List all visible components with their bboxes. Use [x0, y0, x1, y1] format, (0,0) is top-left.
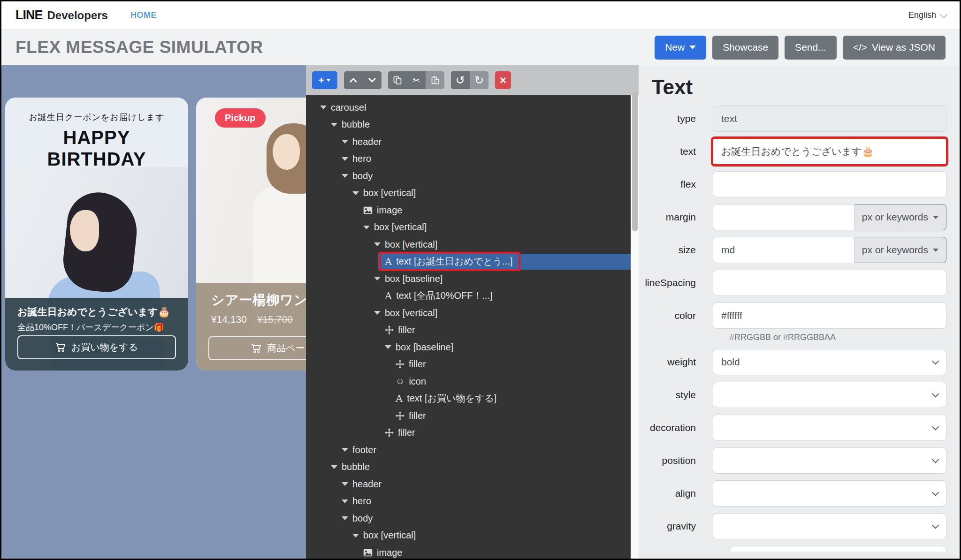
margin-unit-dropdown[interactable]: px or keywords	[854, 204, 946, 230]
tree-item-label: icon	[409, 376, 426, 387]
tree-item[interactable]: image	[306, 544, 631, 559]
chevron-down-icon	[940, 10, 948, 18]
chevron-down-icon	[368, 77, 376, 83]
language-selector[interactable]: English	[908, 10, 946, 20]
tree-item[interactable]: hero	[306, 151, 631, 168]
tree-item[interactable]: bubble	[306, 116, 631, 134]
tree-item-label: body	[352, 513, 373, 524]
tree-item[interactable]: filler	[306, 424, 631, 442]
redo-button[interactable]: ↻	[470, 71, 488, 89]
weight-select[interactable]	[713, 349, 946, 375]
tree-item[interactable]: bubble	[306, 459, 631, 476]
logo-line-text: LINE	[15, 8, 43, 23]
tree-item[interactable]: hero	[306, 493, 631, 510]
flex-field[interactable]	[713, 171, 946, 197]
tree-scrollbar[interactable]	[631, 95, 639, 559]
tree-scrollbar-thumb[interactable]	[632, 91, 638, 231]
card2-product-button[interactable]: 商品ページを	[208, 336, 306, 360]
flex-bubble-pickup[interactable]: Pickup シアー楊柳ワンピ ¥14,130 ¥15,700 商品ページを	[196, 98, 306, 371]
card1-title: HAPPY BIRTHDAY	[5, 127, 188, 170]
copy-button[interactable]	[388, 71, 407, 89]
delete-node-button[interactable]: ✕	[495, 71, 511, 89]
send-button[interactable]: Send...	[785, 36, 837, 60]
caret-down-icon	[385, 345, 391, 349]
tree-item[interactable]: Atext [お買い物をする]	[306, 390, 631, 408]
paste-button[interactable]	[426, 71, 444, 89]
tree-toolbar: + ✂	[306, 65, 639, 95]
filler-move-icon	[396, 360, 404, 369]
tree-item[interactable]: body	[306, 510, 631, 527]
tree-item-label: box [vertical]	[374, 222, 427, 233]
margin-field[interactable]	[713, 204, 854, 230]
field-label: decoration	[639, 422, 713, 433]
tree-item[interactable]: filler	[306, 407, 631, 424]
tree-item[interactable]: body	[306, 167, 631, 185]
size-unit-dropdown[interactable]: px or keywords	[854, 237, 946, 263]
cart-icon	[251, 344, 261, 353]
type-field	[713, 106, 946, 132]
tree-item[interactable]: filler	[306, 356, 631, 373]
tree-item[interactable]: box [baseline]	[306, 270, 631, 288]
gravity-select[interactable]	[713, 513, 946, 539]
card1-shop-button-label: お買い物をする	[71, 341, 138, 354]
caret-down-icon	[342, 516, 348, 520]
view-as-json-button[interactable]: </> View as JSON	[843, 36, 946, 60]
filler-move-icon	[385, 428, 394, 437]
form-row-color: color	[639, 303, 946, 329]
form-row-type: type	[639, 106, 946, 132]
card2-product-button-label: 商品ページを	[267, 342, 306, 355]
move-down-button[interactable]	[363, 71, 381, 89]
next-field-partial	[730, 546, 946, 552]
tree-item[interactable]: box [vertical]	[306, 304, 631, 322]
lineSpacing-field[interactable]	[713, 270, 946, 296]
size-field[interactable]	[713, 237, 854, 263]
tree-item[interactable]: header	[306, 133, 631, 151]
tree-item[interactable]: box [vertical]	[306, 236, 631, 253]
card1-shop-button[interactable]: お買い物をする	[17, 335, 176, 359]
tree-item[interactable]: box [baseline]	[306, 339, 631, 356]
undo-icon: ↺	[456, 75, 465, 86]
caret-down-icon	[374, 242, 381, 246]
tree-item[interactable]: Atext [お誕生日おめでとう...]	[306, 253, 631, 271]
caret-down-icon	[326, 79, 331, 82]
caret-down-icon	[352, 191, 359, 195]
tree-list: carouselbubbleheaderherobodybox [vertica…	[306, 95, 631, 559]
showcase-button[interactable]: Showcase	[712, 36, 778, 60]
undo-button[interactable]: ↺	[451, 71, 470, 89]
tree-item[interactable]: filler	[306, 322, 631, 339]
card1-overlay-title: お誕生日おめでとうございます🎂	[17, 305, 176, 318]
tree-item[interactable]: image	[306, 202, 631, 219]
tree-item[interactable]: Atext [全品10%OFF！...]	[306, 288, 631, 305]
tree-item[interactable]: box [vertical]	[306, 185, 631, 202]
caret-down-icon	[363, 226, 370, 229]
field-label: position	[639, 455, 713, 466]
tree-item-label: box [vertical]	[385, 239, 437, 250]
new-button[interactable]: New	[655, 36, 706, 60]
color-format-hint: #RRGGBB or #RRGGBBAA	[730, 333, 946, 342]
field-label: style	[639, 389, 713, 401]
align-select[interactable]	[713, 480, 946, 507]
card2-body-overlay: シアー楊柳ワンピ ¥14,130 ¥15,700 商品ページを	[196, 283, 306, 371]
form-row-gravity: gravity	[639, 513, 946, 539]
color-field[interactable]	[713, 303, 946, 329]
tree-item[interactable]: footer	[306, 441, 631, 459]
card2-old-price: ¥15,700	[257, 314, 293, 325]
cut-button[interactable]: ✂	[407, 71, 426, 89]
filler-move-icon	[396, 411, 404, 420]
move-up-button[interactable]	[344, 71, 363, 89]
tree-item[interactable]: box [vertical]	[306, 527, 631, 545]
home-link[interactable]: HOME	[130, 10, 157, 20]
decoration-select[interactable]	[713, 415, 946, 441]
add-node-button[interactable]: +	[312, 71, 337, 89]
tree-item[interactable]: ☺icon	[306, 373, 631, 390]
caret-down-icon	[331, 123, 337, 127]
style-select[interactable]	[713, 382, 946, 408]
flex-bubble-birthday[interactable]: お誕生日クーポンをお届けします HAPPY BIRTHDAY お誕生日おめでとう…	[5, 98, 188, 371]
line-developers-logo[interactable]: LINE Developers	[15, 8, 108, 23]
text-field[interactable]	[713, 138, 946, 165]
position-select[interactable]	[713, 447, 946, 474]
tree-item[interactable]: header	[306, 476, 631, 493]
tree-item[interactable]: carousel	[306, 99, 631, 116]
tree-item-label: box [vertical]	[363, 530, 416, 541]
tree-item[interactable]: box [vertical]	[306, 219, 631, 236]
